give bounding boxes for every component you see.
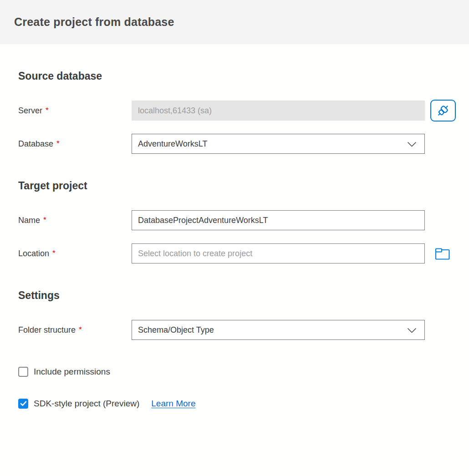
dialog-body: Source database Server* Database* (0, 70, 469, 409)
dialog-title: Create project from database (14, 15, 174, 29)
name-label-text: Name (18, 216, 40, 225)
connect-button[interactable] (430, 100, 456, 122)
database-field: AdventureWorksLT (132, 134, 425, 154)
section-heading-target-project: Target project (18, 180, 451, 192)
folder-structure-dropdown[interactable]: Schema/Object Type (132, 320, 425, 340)
section-heading-settings: Settings (18, 289, 451, 302)
required-asterisk: * (79, 325, 82, 334)
location-input[interactable] (132, 243, 425, 263)
sdk-style-row: SDK-style project (Preview) Learn More (18, 399, 451, 409)
server-input[interactable] (132, 101, 425, 121)
name-row: Name* (18, 210, 451, 230)
include-permissions-checkbox[interactable] (18, 367, 28, 377)
required-asterisk: * (52, 249, 56, 258)
browse-folder-button[interactable] (433, 244, 452, 263)
location-label-text: Location (18, 249, 49, 258)
name-field (132, 210, 425, 230)
learn-more-link[interactable]: Learn More (151, 399, 195, 409)
required-asterisk: * (46, 106, 49, 115)
include-permissions-label: Include permissions (34, 367, 110, 377)
database-dropdown[interactable]: AdventureWorksLT (132, 134, 425, 154)
required-asterisk: * (43, 216, 46, 224)
folder-structure-field: Schema/Object Type (132, 320, 425, 340)
folder-structure-row: Folder structure* Schema/Object Type (18, 320, 451, 340)
server-label: Server* (18, 106, 132, 116)
checkmark-icon (20, 401, 27, 406)
folder-structure-label-text: Folder structure (18, 325, 76, 334)
include-permissions-row: Include permissions (18, 367, 451, 377)
location-label: Location* (18, 249, 132, 258)
plug-icon (436, 104, 450, 117)
sdk-style-label: SDK-style project (Preview) (34, 399, 139, 409)
chevron-down-icon (407, 142, 417, 147)
database-label: Database* (18, 139, 132, 149)
server-row: Server* (18, 101, 451, 121)
database-row: Database* AdventureWorksLT (18, 134, 451, 154)
location-row: Location* (18, 243, 451, 263)
project-name-input[interactable] (132, 210, 425, 230)
chevron-down-icon (407, 328, 417, 334)
folder-structure-label: Folder structure* (18, 325, 132, 335)
server-field (132, 101, 425, 121)
required-asterisk: * (56, 139, 60, 148)
folder-icon (434, 246, 451, 261)
location-field (132, 243, 425, 263)
sdk-style-checkbox[interactable] (18, 399, 28, 409)
folder-structure-dropdown-value: Schema/Object Type (138, 325, 214, 335)
dialog-header: Create project from database (0, 0, 469, 44)
database-dropdown-value: AdventureWorksLT (138, 139, 207, 149)
section-heading-source-database: Source database (18, 70, 451, 82)
name-label: Name* (18, 216, 132, 225)
database-label-text: Database (18, 139, 53, 148)
server-label-text: Server (18, 106, 42, 115)
